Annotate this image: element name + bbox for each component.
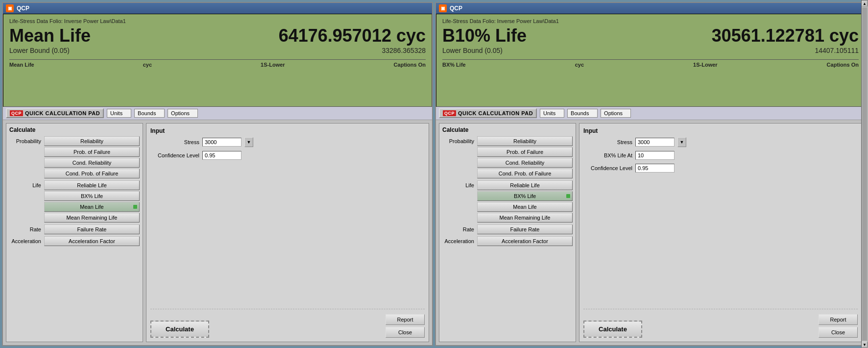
reliable-life-btn-2[interactable]: Reliable Life [477, 180, 573, 190]
qcp-logo-btn-2[interactable]: QCP Quick Calculation Pad [439, 108, 537, 118]
mean-life-btn-1[interactable]: Mean Life [44, 202, 140, 212]
close-btn-2[interactable]: Close [819, 327, 858, 338]
bx-life-btn-1[interactable]: BX% Life [44, 191, 140, 201]
cond-reliability-btn-2[interactable]: Cond. Reliability [477, 158, 573, 168]
options-dropdown-1[interactable]: Options [168, 109, 198, 118]
stress-dropdown-btn-1[interactable]: ▼ [244, 137, 253, 147]
confidence-input-1[interactable] [202, 151, 241, 160]
probability-section-2: Probability Reliability Prob. of Failure… [442, 136, 573, 178]
bx-input-2[interactable] [635, 151, 675, 160]
mean-remaining-life-btn-1[interactable]: Mean Remaining Life [44, 213, 140, 223]
rate-section-2: Rate Failure Rate [442, 224, 573, 234]
reliability-btn-1[interactable]: Reliability [44, 136, 140, 146]
title-bar-2: ▣ QCP [436, 3, 865, 14]
bounds-dropdown-2[interactable]: Bounds [567, 109, 598, 118]
prob-failure-btn-2[interactable]: Prob. of Failure [477, 147, 573, 157]
input-title-1: Input [150, 127, 425, 134]
acceleration-factor-btn-2[interactable]: Acceleration Factor [477, 236, 573, 246]
life-buttons-2: Reliable Life BX% Life Mean Life Mean Re… [477, 180, 573, 223]
stress-label-2: Stress [583, 139, 632, 145]
confidence-input-2[interactable] [635, 164, 675, 173]
toolbar-2: QCP Quick Calculation Pad Units Bounds O… [436, 107, 865, 120]
lower-bound-value-2: 14407.105111 [815, 47, 859, 54]
close-btn-1[interactable]: Close [386, 327, 425, 338]
qcp-label-1: Quick Calculation Pad [25, 110, 100, 116]
acceleration-factor-btn-1[interactable]: Acceleration Factor [44, 236, 140, 246]
options-dropdown-2[interactable]: Options [601, 109, 631, 118]
content-area-1: Calculate Probability Reliability Prob. … [3, 120, 432, 345]
calculate-btn-2[interactable]: Calculate [583, 321, 642, 338]
life-section-1: Life Reliable Life BX% Life Mean Life Me… [9, 180, 140, 223]
bounds-dropdown-wrapper-1: Bounds [134, 109, 165, 118]
app-icon-2: ▣ [439, 4, 447, 12]
footer-item-2-2: 1S-Lower [693, 62, 718, 68]
footer-item-1-0: Mean Life [9, 62, 34, 68]
calculate-panel-2: Calculate Probability Reliability Prob. … [439, 123, 576, 342]
acceleration-buttons-1: Acceleration Factor [44, 236, 140, 246]
display-main-value-1: 64176.957012 cyc [279, 26, 426, 46]
units-dropdown-1[interactable]: Units [107, 109, 131, 118]
confidence-row-2: Confidence Level [583, 164, 858, 173]
cond-prob-failure-btn-2[interactable]: Cond. Prob. of Failure [477, 169, 573, 178]
report-btn-2[interactable]: Report [819, 314, 858, 325]
failure-rate-btn-2[interactable]: Failure Rate [477, 224, 573, 234]
stress-dropdown-btn-2[interactable]: ▼ [677, 137, 686, 147]
prob-failure-btn-1[interactable]: Prob. of Failure [44, 147, 140, 157]
mean-remaining-life-btn-2[interactable]: Mean Remaining Life [477, 213, 573, 223]
calculate-btn-1[interactable]: Calculate [150, 321, 209, 338]
bx-life-btn-2[interactable]: BX% Life [477, 191, 573, 201]
display-main-label-1: Mean Life [9, 26, 91, 46]
qcp-icon-2: QCP [443, 110, 456, 116]
footer-item-2-3: Captions On [827, 62, 859, 68]
stress-input-2[interactable] [635, 138, 675, 147]
input-title-2: Input [583, 127, 858, 134]
scroll-up-2[interactable]: ▲ [862, 0, 868, 6]
stress-label-1: Stress [150, 139, 199, 145]
title-bar-1: ▣ QCP [3, 3, 432, 14]
report-btn-1[interactable]: Report [386, 314, 425, 325]
life-label-1: Life [9, 180, 41, 188]
reliable-life-btn-1[interactable]: Reliable Life [44, 180, 140, 190]
toolbar-1: QCP Quick Calculation Pad Units Bounds O… [3, 107, 432, 120]
confidence-label-2: Confidence Level [583, 165, 632, 171]
input-panel-2: Input Stress ▼ BX% Life At Confidence Le… [579, 123, 862, 342]
lower-bound-value-1: 33286.365328 [382, 47, 426, 54]
qcp-window-1: ▣ QCP Life-Stress Data Folio: Inverse Po… [2, 2, 433, 346]
display-main-label-2: B10% Life [442, 26, 527, 46]
title-1: QCP [17, 5, 29, 12]
failure-rate-btn-1[interactable]: Failure Rate [44, 224, 140, 234]
units-dropdown-wrapper-1: Units [107, 109, 131, 118]
cond-prob-failure-btn-1[interactable]: Cond. Prob. of Failure [44, 169, 140, 178]
options-dropdown-wrapper-1: Options [168, 109, 198, 118]
qcp-icon-1: QCP [10, 110, 23, 116]
footer-item-1-2: 1S-Lower [261, 62, 285, 68]
probability-label-2: Probability [442, 136, 474, 144]
options-dropdown-wrapper-2: Options [601, 109, 631, 118]
units-dropdown-wrapper-2: Units [540, 109, 564, 118]
bounds-dropdown-1[interactable]: Bounds [134, 109, 165, 118]
scrollbar-2: ▲ ▼ [861, 0, 868, 348]
scroll-thumb-2[interactable] [862, 7, 867, 341]
display-footer-1: Mean Life cyc 1S-Lower Captions On [9, 59, 426, 68]
stress-row-2: Stress ▼ [583, 137, 858, 147]
reliability-btn-2[interactable]: Reliability [477, 136, 573, 146]
footer-item-2-0: BX% Life [442, 62, 466, 68]
probability-buttons-2: Reliability Prob. of Failure Cond. Relia… [477, 136, 573, 178]
acceleration-section-1: Acceleration Acceleration Factor [9, 236, 140, 246]
bounds-dropdown-wrapper-2: Bounds [567, 109, 598, 118]
rate-label-1: Rate [9, 224, 41, 232]
rate-section-1: Rate Failure Rate [9, 224, 140, 234]
calculate-title-1: Calculate [9, 126, 140, 133]
qcp-logo-btn-1[interactable]: QCP Quick Calculation Pad [6, 108, 104, 118]
confidence-label-1: Confidence Level [150, 152, 199, 158]
display-subtitle-1: Life-Stress Data Folio: Inverse Power La… [9, 18, 426, 24]
mean-life-btn-2[interactable]: Mean Life [477, 202, 573, 212]
input-panel-inner-1: Input Stress ▼ Confidence Level Calculat… [150, 127, 425, 338]
stress-input-1[interactable] [202, 138, 241, 147]
footer-item-1-1: cyc [143, 62, 152, 68]
probability-buttons-1: Reliability Prob. of Failure Cond. Relia… [44, 136, 140, 178]
scroll-down-2[interactable]: ▼ [862, 342, 868, 348]
units-dropdown-2[interactable]: Units [540, 109, 564, 118]
cond-reliability-btn-1[interactable]: Cond. Reliability [44, 158, 140, 168]
display-footer-2: BX% Life cyc 1S-Lower Captions On [442, 59, 859, 68]
